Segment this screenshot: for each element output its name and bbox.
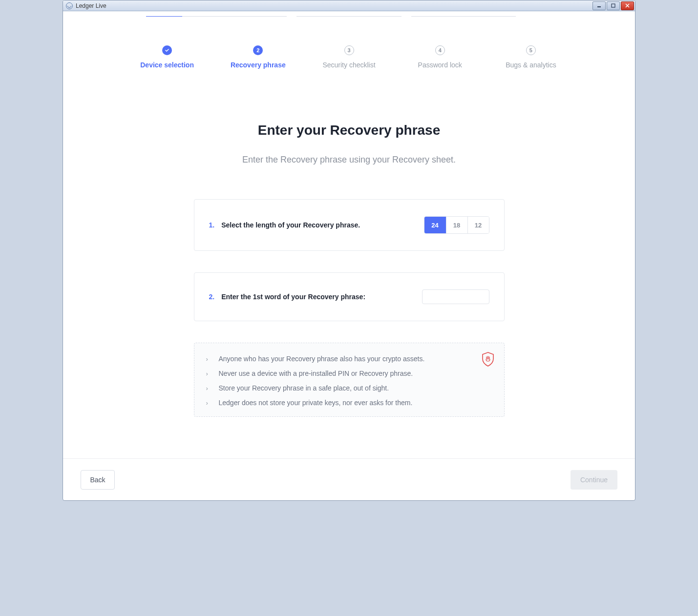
enter-word-card: 2. Enter the 1st word of your Recovery p… xyxy=(194,272,505,321)
continue-button[interactable]: Continue xyxy=(571,470,617,490)
step-device-selection[interactable]: Device selection xyxy=(122,45,212,69)
step-label: Bugs & analytics xyxy=(486,61,576,69)
step-security-checklist: 3 Security checklist xyxy=(303,45,394,69)
shield-hand-icon xyxy=(482,352,494,369)
security-warnings: › Anyone who has your Recovery phrase al… xyxy=(194,343,505,417)
check-icon xyxy=(162,45,172,55)
step-recovery-phrase[interactable]: 2 Recovery phrase xyxy=(212,45,303,69)
app-window: Ledger Live Device sele xyxy=(63,0,635,501)
step-password-lock: 4 Password lock xyxy=(395,45,486,69)
length-option-18[interactable]: 18 xyxy=(446,217,467,233)
warning-text: Store your Recovery phrase in a safe pla… xyxy=(219,384,389,392)
step-number-icon: 2 xyxy=(253,45,263,55)
svg-rect-1 xyxy=(612,4,615,7)
main-content: Enter your Recovery phrase Enter the Rec… xyxy=(63,69,635,458)
length-segmented-control: 24 18 12 xyxy=(424,216,489,234)
warning-item: › Anyone who has your Recovery phrase al… xyxy=(206,355,492,363)
page-title: Enter your Recovery phrase xyxy=(258,123,441,138)
stepper: Device selection 2 Recovery phrase 3 Sec… xyxy=(63,11,635,69)
step-text: Enter the 1st word of your Recovery phra… xyxy=(221,293,422,301)
page-subtitle: Enter the Recovery phrase using your Rec… xyxy=(242,155,456,165)
step-label: Device selection xyxy=(122,61,212,69)
length-option-12[interactable]: 12 xyxy=(467,217,489,233)
step-number-icon: 3 xyxy=(344,45,354,55)
step-number: 2. xyxy=(209,293,215,301)
maximize-button[interactable] xyxy=(607,1,620,10)
step-number-icon: 4 xyxy=(435,45,445,55)
warning-text: Ledger does not store your private keys,… xyxy=(219,399,413,407)
minimize-button[interactable] xyxy=(592,1,606,10)
step-label: Security checklist xyxy=(303,61,394,69)
recovery-word-input[interactable] xyxy=(422,289,489,304)
step-label: Password lock xyxy=(395,61,486,69)
warning-item: › Never use a device with a pre-installe… xyxy=(206,370,492,377)
footer: Back Continue xyxy=(63,458,635,500)
select-length-card: 1. Select the length of your Recovery ph… xyxy=(194,199,505,251)
warning-item: › Ledger does not store your private key… xyxy=(206,399,492,407)
step-text: Select the length of your Recovery phras… xyxy=(221,221,423,229)
window-controls xyxy=(592,1,634,10)
chevron-right-icon: › xyxy=(206,355,213,363)
window-title: Ledger Live xyxy=(76,2,106,9)
warning-item: › Store your Recovery phrase in a safe p… xyxy=(206,384,492,392)
app-icon xyxy=(66,2,73,9)
close-button[interactable] xyxy=(621,1,634,10)
warning-text: Never use a device with a pre-installed … xyxy=(219,370,413,377)
back-button[interactable]: Back xyxy=(81,470,115,490)
step-label: Recovery phrase xyxy=(212,61,303,69)
step-bugs-analytics: 5 Bugs & analytics xyxy=(486,45,576,69)
step-number: 1. xyxy=(209,221,215,229)
titlebar: Ledger Live xyxy=(63,0,635,11)
length-option-24[interactable]: 24 xyxy=(424,217,446,233)
warning-text: Anyone who has your Recovery phrase also… xyxy=(219,355,425,363)
step-number-icon: 5 xyxy=(526,45,536,55)
chevron-right-icon: › xyxy=(206,399,213,407)
chevron-right-icon: › xyxy=(206,385,213,392)
svg-rect-0 xyxy=(597,6,601,7)
chevron-right-icon: › xyxy=(206,370,213,377)
